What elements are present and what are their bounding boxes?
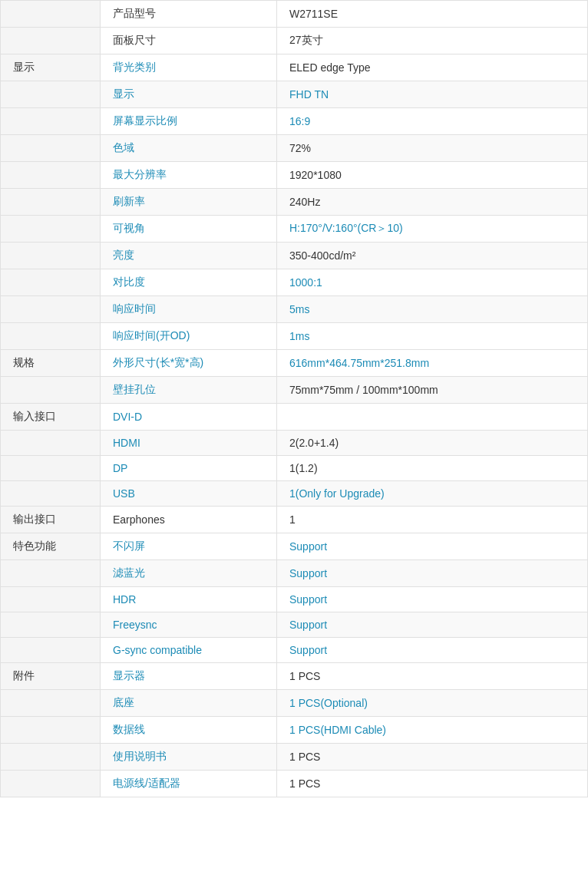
category-cell bbox=[1, 771, 101, 797]
spec-table: 产品型号W2711SE面板尺寸27英寸显示背光类别ELED edge Type显… bbox=[0, 0, 588, 797]
label-cell: 面板尺寸 bbox=[101, 28, 277, 54]
label-cell: 显示 bbox=[101, 81, 277, 108]
category-cell: 规格 bbox=[1, 350, 101, 377]
value-cell: 75mm*75mm / 100mm*100mm bbox=[277, 377, 588, 404]
table-row: DP1(1.2) bbox=[1, 456, 588, 481]
label-cell: 不闪屏 bbox=[101, 533, 277, 560]
table-row: 特色功能不闪屏Support bbox=[1, 533, 588, 560]
label-cell: 显示器 bbox=[101, 663, 277, 690]
label-cell: DP bbox=[101, 456, 277, 481]
category-cell bbox=[1, 431, 101, 456]
value-cell: 350-400cd/m² bbox=[277, 243, 588, 269]
label-cell: 使用说明书 bbox=[101, 744, 277, 771]
label-cell: 色域 bbox=[101, 135, 277, 162]
table-row: 显示背光类别ELED edge Type bbox=[1, 54, 588, 81]
value-cell: 1(1.2) bbox=[277, 456, 588, 481]
label-cell: 数据线 bbox=[101, 717, 277, 744]
category-cell bbox=[1, 216, 101, 243]
table-row: 输出接口Earphones1 bbox=[1, 507, 588, 533]
category-cell: 附件 bbox=[1, 663, 101, 690]
label-cell: 响应时间(开OD) bbox=[101, 323, 277, 350]
value-cell: 616mm*464.75mm*251.8mm bbox=[277, 350, 588, 377]
table-row: 底座1 PCS(Optional) bbox=[1, 690, 588, 717]
table-row: 显示FHD TN bbox=[1, 81, 588, 108]
value-cell: 1920*1080 bbox=[277, 162, 588, 189]
value-cell: Support bbox=[277, 612, 588, 638]
table-row: 数据线1 PCS(HDMI Cable) bbox=[1, 717, 588, 744]
category-cell bbox=[1, 456, 101, 481]
label-cell: HDR bbox=[101, 587, 277, 612]
value-cell: 1(Only for Upgrade) bbox=[277, 481, 588, 507]
category-cell bbox=[1, 638, 101, 663]
category-cell bbox=[1, 481, 101, 507]
category-cell bbox=[1, 108, 101, 135]
value-cell bbox=[277, 404, 588, 431]
label-cell: 电源线/适配器 bbox=[101, 771, 277, 797]
value-cell: FHD TN bbox=[277, 81, 588, 108]
table-row: HDMI2(2.0+1.4) bbox=[1, 431, 588, 456]
value-cell: W2711SE bbox=[277, 1, 588, 28]
label-cell: 产品型号 bbox=[101, 1, 277, 28]
label-cell: Freeysnc bbox=[101, 612, 277, 638]
table-row: FreeysncSupport bbox=[1, 612, 588, 638]
table-row: 亮度350-400cd/m² bbox=[1, 243, 588, 269]
table-row: 滤蓝光Support bbox=[1, 560, 588, 587]
category-cell bbox=[1, 1, 101, 28]
value-cell: ELED edge Type bbox=[277, 54, 588, 81]
table-row: 响应时间(开OD)1ms bbox=[1, 323, 588, 350]
value-cell: 27英寸 bbox=[277, 28, 588, 54]
table-row: 色域72% bbox=[1, 135, 588, 162]
value-cell: 1 PCS(HDMI Cable) bbox=[277, 717, 588, 744]
category-cell bbox=[1, 560, 101, 587]
label-cell: 刷新率 bbox=[101, 189, 277, 216]
value-cell: Support bbox=[277, 533, 588, 560]
value-cell: 1000:1 bbox=[277, 269, 588, 296]
value-cell: 1ms bbox=[277, 323, 588, 350]
category-cell bbox=[1, 28, 101, 54]
label-cell: DVI-D bbox=[101, 404, 277, 431]
category-cell bbox=[1, 612, 101, 638]
table-row: USB1(Only for Upgrade) bbox=[1, 481, 588, 507]
label-cell: 背光类别 bbox=[101, 54, 277, 81]
value-cell: 1 PCS bbox=[277, 744, 588, 771]
table-row: 使用说明书1 PCS bbox=[1, 744, 588, 771]
value-cell: 1 PCS bbox=[277, 771, 588, 797]
category-cell: 显示 bbox=[1, 54, 101, 81]
category-cell bbox=[1, 162, 101, 189]
table-row: 附件显示器1 PCS bbox=[1, 663, 588, 690]
category-cell: 特色功能 bbox=[1, 533, 101, 560]
label-cell: G-sync compatible bbox=[101, 638, 277, 663]
table-row: 面板尺寸27英寸 bbox=[1, 28, 588, 54]
category-cell bbox=[1, 189, 101, 216]
category-cell bbox=[1, 717, 101, 744]
label-cell: USB bbox=[101, 481, 277, 507]
value-cell: 1 bbox=[277, 507, 588, 533]
table-row: 对比度1000:1 bbox=[1, 269, 588, 296]
value-cell: 16:9 bbox=[277, 108, 588, 135]
category-cell bbox=[1, 377, 101, 404]
label-cell: 底座 bbox=[101, 690, 277, 717]
value-cell: Support bbox=[277, 638, 588, 663]
category-cell bbox=[1, 296, 101, 323]
label-cell: 响应时间 bbox=[101, 296, 277, 323]
label-cell: 对比度 bbox=[101, 269, 277, 296]
category-cell bbox=[1, 81, 101, 108]
label-cell: Earphones bbox=[101, 507, 277, 533]
category-cell: 输入接口 bbox=[1, 404, 101, 431]
value-cell: 72% bbox=[277, 135, 588, 162]
table-row: 壁挂孔位75mm*75mm / 100mm*100mm bbox=[1, 377, 588, 404]
value-cell: 2(2.0+1.4) bbox=[277, 431, 588, 456]
label-cell: 壁挂孔位 bbox=[101, 377, 277, 404]
category-cell bbox=[1, 243, 101, 269]
table-row: 刷新率240Hz bbox=[1, 189, 588, 216]
table-row: 可视角H:170°/V:160°(CR＞10) bbox=[1, 216, 588, 243]
label-cell: 最大分辨率 bbox=[101, 162, 277, 189]
label-cell: 屏幕显示比例 bbox=[101, 108, 277, 135]
label-cell: 亮度 bbox=[101, 243, 277, 269]
label-cell: 外形尺寸(长*宽*高) bbox=[101, 350, 277, 377]
value-cell: Support bbox=[277, 587, 588, 612]
category-cell bbox=[1, 135, 101, 162]
table-row: 最大分辨率1920*1080 bbox=[1, 162, 588, 189]
category-cell bbox=[1, 744, 101, 771]
label-cell: HDMI bbox=[101, 431, 277, 456]
